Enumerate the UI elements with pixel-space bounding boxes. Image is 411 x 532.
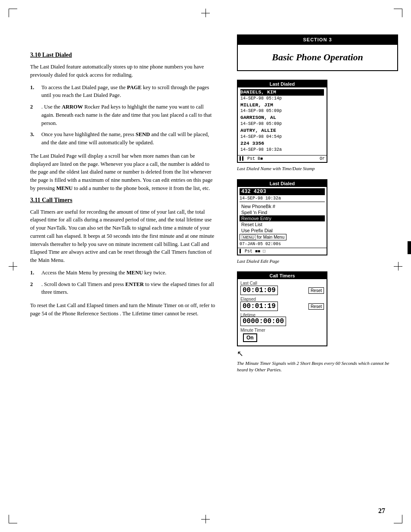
step-num: 1.: [30, 84, 38, 100]
elapsed-reset[interactable]: Reset: [308, 303, 324, 310]
entry-name: 224 3356: [240, 140, 324, 147]
entry-date: 14-SEP-98 05:09p: [240, 108, 324, 114]
list-item: 1. Access the Main Menu by pressing the …: [30, 269, 215, 277]
key-send: SEND: [136, 131, 150, 137]
menu-item: New PhoneBk #: [240, 203, 325, 209]
section-title: Basic Phone Operation: [242, 51, 393, 64]
last-call-value: 00:01:09: [240, 286, 278, 295]
last-call-reset[interactable]: Reset: [308, 287, 324, 294]
last-call-row: 00:01:09 Reset: [240, 286, 324, 295]
entry-date: 14-SEP-98 05:14p: [240, 96, 324, 101]
entry-name: GARRISON, AL: [240, 115, 324, 121]
elapsed-value: 00:01:19: [240, 302, 278, 311]
screen2-bottom-date: 07-JAN-05 02:00s: [240, 242, 325, 246]
entry-date: 14-SEP-98 10:32a: [240, 147, 324, 152]
list-item: 3. Once you have highlighted the name, p…: [30, 131, 215, 147]
minute-timer-row: On: [240, 333, 324, 344]
main-content: 3.10 Last Dialed The Last Dialed feature…: [0, 26, 228, 506]
key-menu: MENU: [56, 185, 72, 191]
crosshair-left: [9, 262, 17, 271]
entry-date: 14-SEP-98 05:09p: [240, 121, 324, 127]
screen-last-dialed-edit: Last Dialed 432 4203 14-SEP-98 10:32a Ne…: [237, 179, 327, 255]
section-311-heading: 3.11 Call Timers: [30, 197, 215, 204]
reg-mark-bl: [9, 515, 17, 523]
step-content: Access the Main Menu by pressing the MEN…: [41, 269, 215, 277]
section-310-steps: 1. To access the Last Dialed page, use t…: [30, 84, 215, 147]
section-310-intro: The Last Dialed feature automatically st…: [30, 63, 215, 79]
step-content: Once you have highlighted the name, pres…: [41, 131, 215, 147]
status-icons: ▌▌ Pst B■: [240, 156, 263, 161]
list-item: 2 . Scroll down to Call Timers and press…: [30, 280, 215, 297]
screen2-caption: Last Dialed Edit Page: [237, 258, 398, 264]
minute-timer-value: On: [243, 333, 257, 342]
section-311-intro: Call Timers are useful for recording the…: [30, 208, 215, 264]
entry-name: DANIELS, KIM: [240, 89, 324, 96]
menu-item: Use Prefix Dial: [240, 227, 325, 233]
section-310-heading: 3.10 Last Dialed: [30, 52, 215, 59]
screen1-caption: Last Dialed Name with Time/Date Stamp: [237, 165, 398, 172]
elapsed-row: 00:01:19 Reset: [240, 302, 324, 311]
crosshair-top: [201, 9, 210, 17]
section-title-box: Basic Phone Operation: [237, 45, 398, 71]
list-item: 2 . Use the ARROW Rocker Pad keys to hig…: [30, 103, 215, 127]
section-311-para3: To reset the Last Call and Elapsed timer…: [30, 302, 215, 318]
key-page: PAGE: [127, 84, 142, 90]
screen3-caption-text: The Minute Timer Signals with 2 Short Be…: [237, 361, 389, 372]
phone-entry: 224 3356 14-SEP-98 10:32a: [240, 140, 324, 152]
screen2-status: ▌ Pst ■■ □: [238, 248, 327, 255]
screen1-title: Last Dialed: [238, 81, 327, 87]
screen3-body: Last Call 00:01:09 Reset Elapsed 00:01:1…: [238, 279, 327, 345]
step-content: . Use the ARROW Rocker Pad keys to highl…: [41, 103, 215, 127]
entry-date: 14-SEP-98 04:54p: [240, 134, 324, 140]
entry-name: AUTRY, ALLIE: [240, 128, 324, 134]
phone-entry: AUTRY, ALLIE 14-SEP-98 04:54p: [240, 128, 324, 140]
page-marker-bar: [408, 241, 411, 254]
screen3-title: Call Timers: [238, 272, 327, 279]
key-arrow: ARROW: [62, 104, 83, 110]
page: 3.10 Last Dialed The Last Dialed feature…: [0, 0, 411, 532]
screen3-caption: The Minute Timer Signals with 2 Short Be…: [237, 360, 398, 373]
step-num: 2: [30, 103, 38, 127]
screen1-body: DANIELS, KIM 14-SEP-98 05:14p MILLER, JI…: [238, 87, 327, 156]
menu-key-indicator: MENU: [242, 235, 256, 240]
lifetime-row: 0000:00:00: [240, 317, 324, 325]
list-item: 1. To access the Last Dialed page, use t…: [30, 84, 215, 100]
arrow-indicator: ↖: [237, 349, 398, 358]
page-number: 27: [378, 507, 385, 515]
minute-timer-label: Minute Timer: [240, 328, 324, 333]
section-number: SECTION 3: [237, 34, 398, 45]
screen2-body: 432 4203 14-SEP-98 10:32a New PhoneBk # …: [238, 187, 327, 248]
crosshair-bottom: [201, 515, 210, 523]
step-num: 1.: [30, 269, 38, 277]
status-right: Or: [320, 156, 325, 161]
status-icons: ▌ Pst ■■ □: [240, 249, 265, 254]
step-num: 2: [30, 280, 38, 297]
elapsed-label: Elapsed: [240, 297, 324, 302]
section-311-steps: 1. Access the Main Menu by pressing the …: [30, 269, 215, 296]
menu-item: Reset List: [240, 221, 325, 227]
section-310-para2: The Last Dialed Page will display a scro…: [30, 152, 215, 193]
screen-call-timers: Call Timers Last Call 00:01:09 Reset Ela…: [237, 271, 327, 346]
last-call-label: Last Call: [240, 281, 324, 286]
reg-mark-tl: [9, 9, 17, 17]
screen2-top-entry: 432 4203: [240, 188, 325, 195]
step-content: To access the Last Dialed page, use the …: [41, 84, 215, 100]
screen1-status: ▌▌ Pst B■ Or: [238, 155, 327, 162]
key-menu2: MENU: [127, 270, 143, 276]
key-enter: ENTER: [125, 281, 144, 287]
entry-name: MILLER, JIM: [240, 102, 324, 109]
reg-mark-tr: [394, 9, 402, 17]
screen2-title: Last Dialed: [238, 180, 327, 187]
phone-entry: DANIELS, KIM 14-SEP-98 05:14p: [240, 89, 324, 101]
phone-entry: MILLER, JIM 14-SEP-98 05:09p: [240, 102, 324, 114]
reg-mark-br: [394, 515, 402, 523]
screen2-top-date: 14-SEP-98 10:32a: [240, 196, 325, 202]
phone-entry: GARRISON, AL 14-SEP-98 05:09p: [240, 115, 324, 127]
screen-last-dialed: Last Dialed DANIELS, KIM 14-SEP-98 05:14…: [237, 80, 327, 163]
lifetime-value: 0000:00:00: [240, 317, 286, 326]
sidebar: SECTION 3 Basic Phone Operation Last Dia…: [228, 26, 411, 506]
menu-item-remove: Remove Entry: [240, 215, 325, 221]
menu-item-main-menu: MENU for Main Menu: [240, 234, 286, 240]
step-num: 3.: [30, 131, 38, 147]
menu-item: Spell 'n Find: [240, 209, 325, 215]
